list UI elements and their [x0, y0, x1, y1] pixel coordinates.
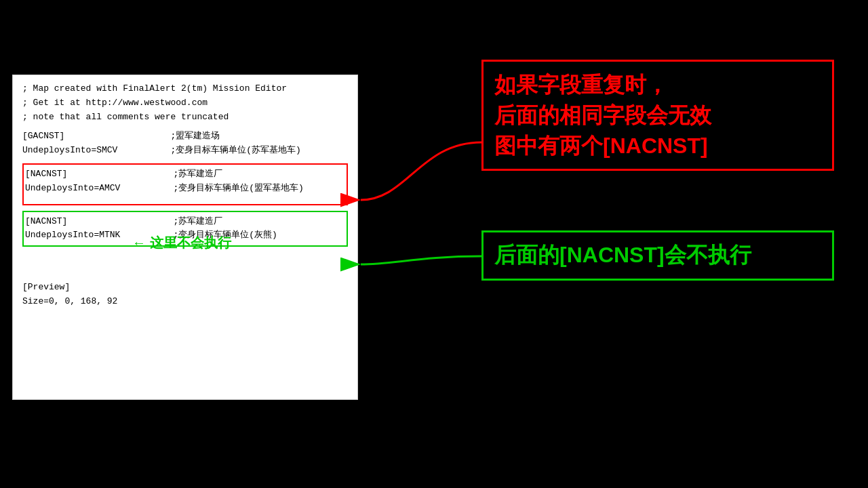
nacnst-first-block: [NACNST] ;苏军建造厂 UndeploysInto=AMCV ;变身目标…	[22, 163, 348, 205]
code-line-nacnst-2: [NACNST] ;苏军建造厂	[25, 215, 345, 229]
code-line-size: Size=0, 0, 168, 92	[22, 295, 348, 309]
code-line-3: ; note that all comments were truncated	[22, 110, 348, 125]
label-no-execute: ← 这里不会执行	[132, 234, 231, 252]
annotation-green-text: 后面的[NACNST]会不执行	[494, 243, 751, 267]
code-line-amcv: UndeploysInto=AMCV ;变身目标车辆单位(盟军基地车)	[25, 182, 345, 196]
code-line-nacnst-1: [NACNST] ;苏军建造厂	[25, 167, 345, 182]
red-arrow	[361, 142, 481, 200]
code-line-gacnst: [GACNST] ;盟军建造场	[22, 129, 348, 144]
code-line-preview: [Preview]	[22, 281, 348, 295]
code-line-2: ; Get it at http://www.westwood.com	[22, 96, 348, 110]
code-line-smcv: UndeploysInto=SMCV ;变身目标车辆单位(苏军基地车)	[22, 144, 348, 158]
annotation-green-box: 后面的[NACNST]会不执行	[481, 230, 834, 281]
code-line-1: ; Map created with FinalAlert 2(tm) Miss…	[22, 82, 348, 96]
green-arrow-right	[361, 256, 481, 264]
annotation-red-text: 如果字段重复时， 后面的相同字段会无效 图中有两个[NACNST]	[494, 73, 711, 158]
annotation-red-box: 如果字段重复时， 后面的相同字段会无效 图中有两个[NACNST]	[481, 60, 834, 171]
